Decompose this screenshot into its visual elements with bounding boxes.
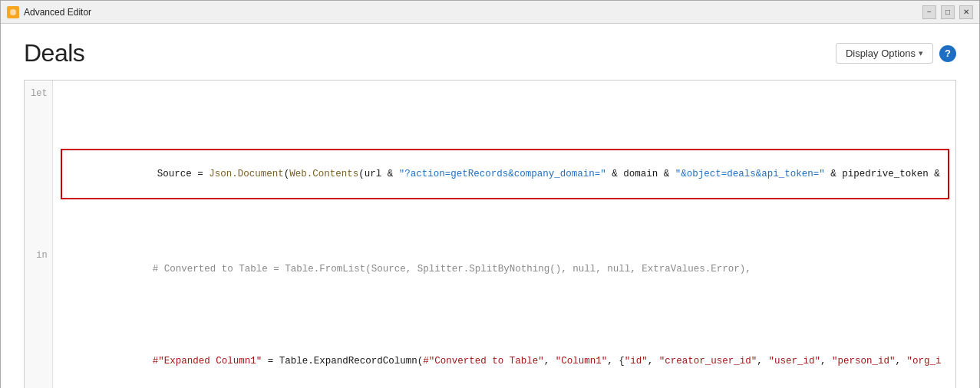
code-editor-content[interactable]: Source = Json.Document(Web.Contents(url …	[53, 81, 955, 388]
header-actions: Display Options ?	[836, 43, 956, 64]
code-line: # Converted to Table = Table.FromList(So…	[61, 246, 949, 292]
maximize-button[interactable]: □	[941, 5, 955, 19]
page-title: Deals	[24, 39, 84, 67]
content-area: Deals Display Options ? let	[1, 24, 979, 388]
close-button[interactable]: ✕	[959, 5, 973, 19]
title-bar-controls: − □ ✕	[922, 5, 973, 19]
line-numbers: let in	[25, 81, 53, 388]
display-options-button[interactable]: Display Options	[836, 43, 933, 64]
minimize-button[interactable]: −	[922, 5, 936, 19]
editor-area[interactable]: let in	[24, 80, 956, 388]
header-row: Deals Display Options ?	[24, 39, 956, 67]
svg-point-0	[10, 9, 16, 15]
window-title: Advanced Editor	[24, 7, 91, 18]
highlighted-source-line: Source = Json.Document(Web.Contents(url …	[61, 149, 949, 199]
title-bar-left: Advanced Editor	[7, 6, 91, 18]
title-bar: Advanced Editor − □ ✕	[1, 1, 979, 24]
help-icon[interactable]: ?	[939, 45, 956, 62]
code-line: #"Expanded Column1" = Table.ExpandRecord…	[61, 338, 949, 384]
advanced-editor-window: Advanced Editor − □ ✕ Deals Display Opti…	[0, 0, 980, 388]
app-icon	[7, 6, 19, 18]
code-container: let in	[25, 81, 955, 388]
